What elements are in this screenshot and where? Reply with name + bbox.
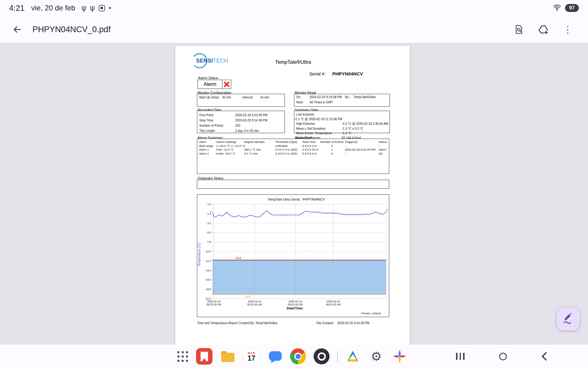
startup-delay-label: Start Up Delay: — [199, 96, 220, 99]
table-cell: 0 d 0 h 0 m — [302, 152, 319, 155]
table-cell: -- — [379, 144, 389, 148]
data-row: Stop Time2026-02-20 9:14:38 PM — [197, 117, 285, 123]
table-cell: Alarm — [379, 148, 389, 151]
read-by-label: By : — [345, 95, 350, 99]
dock-divider — [337, 351, 338, 362]
serial-value: PHPYN04NCV — [332, 71, 363, 76]
calendar-day: 17 — [247, 355, 255, 362]
messages-icon[interactable] — [267, 348, 284, 365]
pdf-viewer-canvas[interactable]: SENSITECH TempTale®Ultra Serial #: PHPYN… — [0, 43, 588, 345]
usb-icon: ψ — [90, 4, 95, 12]
calendar-icon[interactable]: MAR 17 — [243, 348, 260, 365]
home-icon[interactable] — [494, 348, 511, 365]
table-cell: -- — [244, 144, 275, 148]
table-cell: 0 — [320, 144, 344, 148]
svg-text:1.0: 1.0 — [207, 203, 211, 206]
status-bar: 4:21 vie, 20 de feb ψ ψ • 97 — [0, 0, 588, 16]
sensitech-logo: SENSITECH — [193, 52, 233, 70]
data-row: First Point:2026-02-18 6:02:45 PM — [197, 112, 285, 117]
table-cell: 0.0 °C min — [244, 152, 275, 155]
drive-icon[interactable] — [344, 348, 361, 365]
settings-icon[interactable]: ⚙ — [368, 348, 385, 365]
table-header-cell: Alarm — [199, 140, 215, 144]
table-cell: 2 d 3 h 20 m — [302, 148, 319, 151]
table-header-cell: Degree Minutes — [244, 140, 275, 144]
add-to-drive-icon[interactable] — [538, 24, 549, 35]
table-header-cell: Threshold (Type) — [275, 140, 302, 144]
table-cell: 286.1 °C min — [244, 148, 275, 151]
created-by-label: Time and Temperature Report Created By: — [197, 321, 254, 325]
svg-text:Primary: Ambient: Primary: Ambient — [361, 312, 381, 315]
temperature-chart: TempTale Ultra Serial : PHPYN04NCV1.0-1.… — [197, 195, 389, 316]
table-cell: 0 — [320, 152, 344, 155]
annotate-fab[interactable] — [556, 307, 580, 331]
svg-text:2026-02-20: 2026-02-20 — [326, 300, 340, 303]
svg-text:TempTale Ultra Serial : PHPYN: TempTale Ultra Serial : PHPYN04NCV — [268, 197, 325, 201]
table-cell: Unlimited — [275, 144, 302, 148]
file-created-label: File Created: — [316, 321, 334, 325]
table-cell: 0 d 0 h 0 m (S/E) — [275, 152, 302, 155]
overflow-menu-icon[interactable]: ⋮ — [562, 24, 573, 35]
recorded-data-box: First Point:2026-02-18 6:02:45 PMStop Ti… — [197, 111, 285, 133]
signature-pen-icon — [562, 312, 574, 326]
svg-text:06:02:45 PM: 06:02:45 PM — [206, 303, 221, 306]
back-icon[interactable] — [536, 348, 553, 365]
svg-text:06:02:45 PM: 06:02:45 PM — [288, 303, 303, 306]
table-cell: Ideal range — [199, 144, 215, 148]
svg-text:-12.2: -12.2 — [205, 259, 211, 263]
table-header-cell: Status — [379, 140, 389, 144]
monitor-configuration-box: Start Up Delay: 30 min Interval: 14 min — [197, 94, 285, 107]
notification-dot-icon: • — [109, 5, 111, 11]
table-cell: Alarm 2 — [199, 152, 215, 155]
screen-capture-icon — [99, 5, 105, 11]
svg-text:T: T — [210, 211, 212, 213]
svg-text:T: T — [386, 209, 388, 211]
assistant-sparkle-icon[interactable] — [391, 348, 408, 365]
table-cell: 0 d 0 h 0 m (S/E) — [275, 148, 302, 151]
startup-delay-value: 30 min — [222, 96, 231, 99]
pdf-page[interactable]: SENSITECH TempTale®Ultra Serial #: PHPYN… — [175, 46, 410, 345]
alarm-status-label: Alarm Status — [198, 76, 218, 80]
svg-text:-12.0: -12.0 — [235, 256, 241, 259]
read-on-value: 2026-02-20 9:14:38 PM — [310, 95, 342, 99]
table-cell: -- — [345, 152, 378, 155]
svg-text:2026-02-19: 2026-02-19 — [248, 300, 261, 303]
table-cell: OK — [379, 152, 389, 155]
files-icon[interactable] — [219, 348, 236, 365]
wifi-icon — [553, 4, 561, 12]
summary-data-box: Low Extreme:-2.1 °C @ 2026-02-18 11:10:4… — [294, 111, 390, 133]
camera-icon[interactable] — [313, 348, 330, 365]
alarm-status-value: Alarm — [198, 80, 222, 89]
chrome-icon[interactable] — [289, 348, 307, 365]
svg-text:06:02:45 AM: 06:02:45 AM — [326, 303, 341, 306]
originator-notes-box — [197, 180, 389, 189]
app-bar: PHPYN04NCV_0.pdf ⋮ — [0, 16, 588, 43]
svg-text:-7.8: -7.8 — [206, 240, 211, 243]
alarm-status-box: Alarm — [198, 80, 231, 89]
usb-icon: ψ — [81, 4, 86, 12]
svg-text:2026-02-18: 2026-02-18 — [207, 300, 221, 303]
read-on-label: On : — [296, 95, 302, 99]
svg-text:06:02:45 AM: 06:02:45 AM — [247, 303, 262, 306]
pdf-app-icon[interactable] — [196, 348, 213, 365]
svg-text:-5.6: -5.6 — [206, 231, 211, 234]
app-drawer-icon[interactable] — [174, 348, 191, 365]
chart-panel: TempTale Ultra Serial : PHPYN04NCV1.0-1.… — [197, 194, 389, 317]
find-in-document-icon[interactable] — [513, 24, 524, 35]
svg-text:-3.4: -3.4 — [206, 222, 211, 225]
table-cell: Under -20.0 °C — [216, 152, 243, 155]
table-cell: Over -12.0 °C — [216, 148, 243, 151]
screen: 4:21 vie, 20 de feb ψ ψ • 97 — [0, 0, 588, 368]
table-cell: Alarm 1 — [199, 148, 215, 151]
read-by-value: TempTale®Ultra — [354, 95, 375, 99]
recents-icon[interactable] — [452, 348, 469, 365]
back-arrow-icon[interactable] — [10, 23, 24, 36]
read-note-label: Note: — [296, 101, 303, 104]
document-title: PHPYN04NCV_0.pdf — [32, 25, 111, 34]
table-cell: >=-20.0 °C <=-12.0 °C — [216, 144, 243, 148]
interval-label: Interval: — [242, 96, 253, 99]
table-header-cell: Triggered — [345, 140, 378, 144]
svg-text:2026-02-19: 2026-02-19 — [288, 300, 302, 303]
alarm-table: AlarmAlarms SettingsDegree MinutesThresh… — [197, 139, 389, 174]
data-row: Trip Length:2 day 3 hr 20 min — [197, 128, 285, 133]
